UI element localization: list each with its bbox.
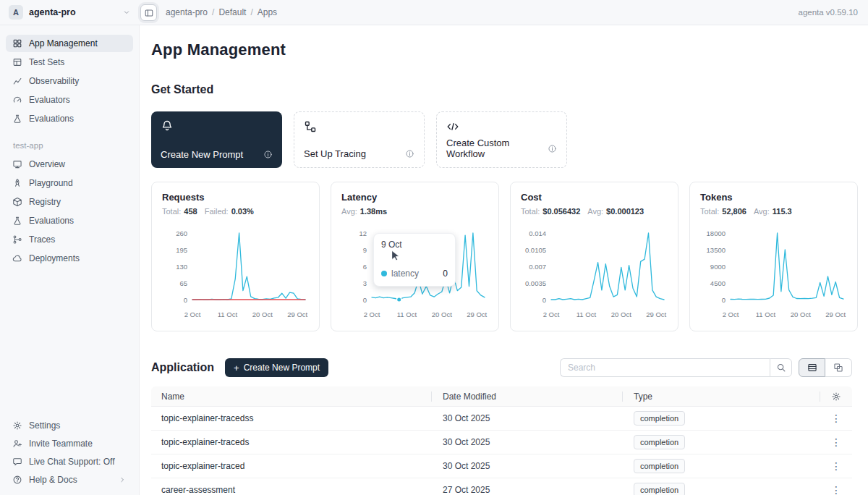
svg-text:20 Oct: 20 Oct bbox=[791, 310, 811, 318]
svg-text:3: 3 bbox=[363, 279, 367, 287]
row-menu-button[interactable]: ⋮ bbox=[827, 460, 846, 472]
sidebar-item-label: Overview bbox=[29, 159, 65, 169]
get-started-cards: Create New Prompt Set Up Tracing Create … bbox=[151, 111, 852, 168]
sidebar-toggle-button[interactable] bbox=[140, 4, 157, 21]
stat-label: Total: bbox=[521, 207, 540, 216]
sidebar-item-evaluations[interactable]: Evaluations bbox=[6, 110, 133, 127]
chart-stats: Total: 458 Failed: 0.03% bbox=[162, 207, 309, 216]
stat-value: 458 bbox=[184, 207, 197, 216]
sidebar-item-label: Traces bbox=[29, 234, 55, 245]
sidebar-item-label: Observability bbox=[29, 76, 79, 86]
gear-icon[interactable] bbox=[831, 392, 841, 402]
table-row[interactable]: career-assessment 27 Oct 2025 completion… bbox=[151, 478, 852, 495]
sidebar-item-playground[interactable]: Playground bbox=[6, 174, 133, 192]
svg-text:2 Oct: 2 Oct bbox=[364, 310, 380, 318]
stat-label: Avg: bbox=[587, 207, 603, 216]
breadcrumb-item-workspace[interactable]: agenta-pro bbox=[166, 7, 208, 17]
breadcrumb-item-project[interactable]: Default bbox=[218, 7, 246, 17]
chart-title: Latency bbox=[341, 192, 488, 203]
breadcrumb-item-apps[interactable]: Apps bbox=[258, 7, 277, 17]
breadcrumb: agenta-pro / Default / Apps bbox=[166, 7, 277, 17]
card-label: Create New Prompt bbox=[161, 149, 243, 160]
sidebar-item-deployments[interactable]: Deployments bbox=[6, 250, 133, 267]
search-icon bbox=[776, 363, 786, 373]
info-icon[interactable] bbox=[405, 149, 414, 158]
cloud-icon bbox=[12, 253, 22, 263]
create-new-prompt-card[interactable]: Create New Prompt bbox=[151, 111, 282, 168]
svg-text:2 Oct: 2 Oct bbox=[184, 310, 201, 318]
box-icon bbox=[12, 197, 22, 207]
table-header-row: Name Date Modified Type bbox=[151, 386, 852, 407]
sidebar-item-help-docs[interactable]: Help & Docs bbox=[6, 471, 133, 488]
workspace-selector[interactable]: A agenta-pro bbox=[0, 5, 140, 20]
svg-text:130: 130 bbox=[176, 263, 187, 271]
stat-value: 0.03% bbox=[231, 207, 254, 216]
card-view-button[interactable] bbox=[825, 358, 852, 377]
branch-icon bbox=[12, 234, 22, 245]
app-version: agenta v0.59.10 bbox=[799, 8, 859, 17]
sidebar-item-settings[interactable]: Settings bbox=[6, 417, 133, 434]
row-menu-button[interactable]: ⋮ bbox=[827, 484, 846, 495]
sidebar-item-app-evaluations[interactable]: Evaluations bbox=[6, 212, 133, 229]
sidebar-item-overview[interactable]: Overview bbox=[6, 156, 133, 173]
svg-text:20 Oct: 20 Oct bbox=[611, 310, 631, 318]
sidebar-item-traces[interactable]: Traces bbox=[6, 231, 133, 248]
create-new-prompt-button[interactable]: + Create New Prompt bbox=[225, 358, 328, 377]
question-circle-icon bbox=[12, 475, 22, 485]
sidebar-item-invite-teammate[interactable]: Invite Teammate bbox=[6, 435, 133, 452]
table-row[interactable]: topic-explainer-tracedss 30 Oct 2025 com… bbox=[151, 407, 852, 431]
chart-stats: Avg: 1.38ms bbox=[341, 207, 488, 216]
stat-label: Avg: bbox=[754, 207, 770, 216]
sidebar-item-label: App Management bbox=[29, 38, 98, 48]
flask-icon bbox=[12, 216, 22, 226]
type-badge: completion bbox=[634, 483, 685, 495]
breadcrumb-separator: / bbox=[212, 7, 214, 17]
sidebar-item-evaluators[interactable]: Evaluators bbox=[6, 91, 133, 109]
cursor-icon bbox=[390, 250, 401, 261]
cost-line-chart[interactable]: 00.00350.0070.01050.0142 Oct11 Oct20 Oct… bbox=[521, 227, 668, 323]
table-row[interactable]: topic-explainer-traceds 30 Oct 2025 comp… bbox=[151, 431, 852, 454]
sidebar-item-app-management[interactable]: App Management bbox=[6, 35, 133, 52]
tokens-line-chart[interactable]: 04500900013500180002 Oct11 Oct20 Oct29 O… bbox=[700, 227, 847, 323]
svg-text:6: 6 bbox=[363, 263, 367, 271]
row-menu-button[interactable]: ⋮ bbox=[827, 436, 846, 448]
column-header-date-modified[interactable]: Date Modified bbox=[432, 386, 623, 406]
series-dot bbox=[381, 271, 387, 276]
info-icon[interactable] bbox=[263, 150, 273, 159]
sidebar-app-section-label: test-app bbox=[6, 141, 133, 150]
app-name: career-assessment bbox=[151, 485, 432, 495]
sidebar-panel-icon bbox=[144, 8, 154, 18]
column-header-name[interactable]: Name bbox=[151, 386, 432, 406]
svg-text:29 Oct: 29 Oct bbox=[287, 310, 307, 318]
table-tools bbox=[560, 358, 852, 377]
search-input[interactable] bbox=[560, 358, 770, 377]
table-row[interactable]: topic-explainer-traced 30 Oct 2025 compl… bbox=[151, 454, 852, 478]
row-menu-button[interactable]: ⋮ bbox=[827, 412, 846, 424]
stat-label: Total: bbox=[700, 207, 719, 216]
breadcrumb-separator: / bbox=[250, 7, 252, 17]
page-title: App Management bbox=[151, 41, 852, 59]
sidebar-item-registry[interactable]: Registry bbox=[6, 193, 133, 211]
svg-text:2 Oct: 2 Oct bbox=[543, 310, 560, 318]
search-button[interactable] bbox=[770, 358, 792, 377]
svg-text:0: 0 bbox=[184, 296, 187, 304]
cost-metric-card: Cost Total: $0.056432 Avg: $0.000123 00.… bbox=[510, 182, 678, 331]
column-header-type[interactable]: Type bbox=[623, 386, 820, 406]
requests-line-chart[interactable]: 0651301952602 Oct11 Oct20 Oct29 Oct bbox=[162, 227, 309, 323]
gear-icon bbox=[12, 420, 22, 431]
sidebar-item-test-sets[interactable]: Test Sets bbox=[6, 54, 133, 71]
info-icon[interactable] bbox=[548, 144, 557, 153]
svg-text:0.007: 0.007 bbox=[529, 263, 546, 271]
sidebar-item-live-chat-support[interactable]: Live Chat Support: Off bbox=[6, 453, 133, 470]
sidebar-item-label: Live Chat Support: Off bbox=[29, 457, 115, 467]
svg-text:12: 12 bbox=[359, 229, 367, 237]
sidebar: App Management Test Sets Observability E… bbox=[0, 25, 140, 495]
svg-text:9: 9 bbox=[363, 246, 367, 254]
create-custom-workflow-card[interactable]: Create Custom Workflow bbox=[436, 111, 567, 168]
set-up-tracing-card[interactable]: Set Up Tracing bbox=[294, 111, 425, 168]
sidebar-item-observability[interactable]: Observability bbox=[6, 72, 133, 90]
applications-table: Name Date Modified Type topic-explainer-… bbox=[151, 386, 852, 495]
monitor-icon bbox=[12, 159, 22, 169]
svg-text:29 Oct: 29 Oct bbox=[825, 310, 846, 318]
table-view-button[interactable] bbox=[799, 358, 825, 377]
